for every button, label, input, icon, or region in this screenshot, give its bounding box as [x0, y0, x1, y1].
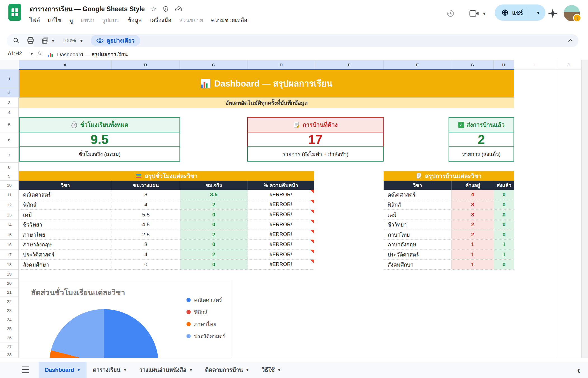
row-header-12[interactable]: 12: [0, 200, 19, 210]
row-header-16[interactable]: 16: [0, 240, 19, 250]
table-row[interactable]: ภาษาอังกฤษ11: [384, 240, 514, 250]
row-header-22[interactable]: 22: [0, 297, 19, 306]
row-header-26[interactable]: 26: [0, 333, 19, 342]
row-header-6[interactable]: 6: [0, 132, 19, 148]
row-header-21[interactable]: 21: [0, 288, 19, 297]
star-icon[interactable]: ☆: [151, 5, 157, 13]
row-header-18[interactable]: 18: [0, 260, 19, 270]
row-header-25[interactable]: 25: [0, 324, 19, 333]
table-row[interactable]: เคมี30: [384, 210, 514, 220]
col-header-F[interactable]: F: [384, 60, 451, 69]
table-row[interactable]: คณิตศาสตร์40: [384, 190, 514, 200]
collapse-toolbar-icon[interactable]: [567, 37, 574, 44]
row-header-17[interactable]: 17: [0, 250, 19, 260]
menu-help[interactable]: ความช่วยเหลือ: [211, 16, 247, 25]
homework-table-title[interactable]: สรุปการบ้านแต่ละวิชา: [384, 171, 514, 181]
tab-schedule[interactable]: ตารางเรียน▼: [87, 362, 133, 378]
col-header-C[interactable]: C: [180, 60, 248, 69]
row-header-4[interactable]: 4: [0, 108, 19, 117]
col-header-I[interactable]: I: [514, 60, 556, 69]
avatar[interactable]: !: [564, 5, 580, 21]
print-icon[interactable]: [27, 37, 34, 44]
table-row[interactable]: ประวัติศาสตร์42#ERROR!: [19, 250, 314, 260]
row-header-8[interactable]: 8: [0, 163, 19, 171]
document-title[interactable]: ตารางการเรียน — Google Sheets Style: [30, 4, 145, 14]
tab-dashboard[interactable]: Dashboard▼: [39, 362, 87, 378]
row-header-28[interactable]: 28: [0, 351, 19, 358]
row-header-5[interactable]: 5: [0, 117, 19, 132]
table-row[interactable]: ภาษาไทย2.52#ERROR!: [19, 230, 314, 240]
col-header-H[interactable]: H: [494, 60, 514, 69]
col-header-D[interactable]: D: [248, 60, 315, 69]
dashboard-banner-cell[interactable]: Dashboard — สรุปผลการเรียน: [19, 69, 514, 97]
row-header-15[interactable]: 15: [0, 230, 19, 240]
tab-reading-plan[interactable]: วางแผนอ่านหนังสือ▼: [133, 362, 199, 378]
scroll-tabs-left-icon[interactable]: ‹: [577, 365, 580, 375]
table-row[interactable]: ชีววิทยา20: [384, 220, 514, 230]
select-all-corner[interactable]: [0, 60, 19, 70]
row-header-9[interactable]: 9: [0, 171, 19, 181]
zoom-control[interactable]: 100% ▼: [62, 38, 83, 44]
name-box[interactable]: A1:H2 ▼: [8, 47, 34, 60]
banner-subtitle-cell[interactable]: อัพเดทอัตโนมัติทุกครั้งที่บันทึกข้อมูล: [19, 97, 514, 108]
kpi-card-submitted-homework[interactable]: ✓ ส่งการบ้านแล้ว 2 รายการ (ส่งแล้ว): [449, 117, 514, 162]
row-header-3[interactable]: 3: [0, 97, 19, 108]
row-header-20[interactable]: 20: [0, 279, 19, 288]
share-button[interactable]: แชร์ ▼: [495, 4, 545, 21]
pie-chart[interactable]: สัดส่วนชั่วโมงเรียนแต่ละวิชา คณิตศาสตร์ …: [20, 280, 231, 358]
table-row[interactable]: ฟิสิกส์30: [384, 200, 514, 210]
share-label: แชร์: [512, 8, 523, 17]
hours-table-title[interactable]: สรุปชั่วโมงแต่ละวิชา: [19, 171, 314, 181]
col-header-E[interactable]: E: [315, 60, 384, 69]
meet-video-button[interactable]: ▼: [469, 10, 486, 17]
version-history-icon[interactable]: [446, 9, 455, 18]
menu-view[interactable]: ดู: [69, 16, 73, 25]
table-row[interactable]: ชีววิทยา4.50#ERROR!: [19, 220, 314, 230]
row-header-23[interactable]: 23: [0, 306, 19, 315]
formula-value[interactable]: Dashboard — สรุปผลการเรียน: [57, 50, 128, 59]
table-row[interactable]: ฟิสิกส์42#ERROR!: [19, 200, 314, 210]
homework-table-body: คณิตศาสตร์40 ฟิสิกส์30 เคมี30 ชีววิทยา20…: [384, 190, 514, 270]
view-only-button[interactable]: ดูอย่างเดียว: [91, 35, 140, 46]
gemini-sparkle-icon[interactable]: [548, 8, 558, 18]
search-icon[interactable]: [13, 37, 20, 44]
all-sheets-menu-icon[interactable]: [22, 367, 29, 373]
vertical-scrollbar[interactable]: [581, 60, 588, 358]
approval-shield-icon[interactable]: [163, 6, 169, 12]
row-header-13[interactable]: 13: [0, 210, 19, 220]
table-row[interactable]: สังคมศึกษา00#ERROR!: [19, 260, 314, 270]
kpi-card-total-hours[interactable]: ชั่วโมงเรียนทั้งหมด 9.5 ชั่วโมงจริง (สะส…: [19, 117, 180, 162]
table-row[interactable]: สังคมศึกษา10: [384, 260, 514, 270]
menu-edit[interactable]: แก้ไข: [48, 16, 61, 25]
table-row[interactable]: คณิตศาสตร์83.5#ERROR!: [19, 190, 314, 200]
row-header-1[interactable]: 1: [0, 69, 19, 88]
col-header-G[interactable]: G: [451, 60, 494, 69]
sheets-logo-icon[interactable]: [8, 4, 21, 21]
sheet-views-button[interactable]: ▼: [41, 37, 55, 44]
row-header-2[interactable]: 2: [0, 88, 19, 97]
col-header-A[interactable]: A: [19, 60, 112, 69]
row-header-24[interactable]: 24: [0, 315, 19, 324]
row-header-11[interactable]: 11: [0, 190, 19, 200]
row-header-7[interactable]: 7: [0, 148, 19, 163]
table-row[interactable]: ประวัติศาสตร์11: [384, 250, 514, 260]
tab-how-to[interactable]: วิธีใช้▼: [255, 362, 287, 378]
kpi-card-pending-homework[interactable]: การบ้านที่ค้าง 17 รายการ (ยังไม่ทำ + กำล…: [247, 117, 384, 162]
col-header-J[interactable]: J: [556, 60, 581, 69]
table-row[interactable]: เคมี5.50#ERROR!: [19, 210, 314, 220]
row-header-19[interactable]: 19: [0, 270, 19, 279]
row-header-10[interactable]: 10: [0, 181, 19, 190]
bar-chart-icon: [48, 50, 55, 58]
formula-bar: A1:H2 ▼ fx Dashboard — สรุปผลการเรียน: [0, 47, 588, 60]
row-header-14[interactable]: 14: [0, 220, 19, 230]
tab-homework-tracker[interactable]: ติดตามการบ้าน▼: [199, 362, 255, 378]
cloud-saved-icon[interactable]: [175, 6, 182, 12]
table-row[interactable]: ภาษาอังกฤษ30#ERROR!: [19, 240, 314, 250]
menu-tools[interactable]: เครื่องมือ: [150, 16, 171, 25]
menu-data[interactable]: ข้อมูล: [127, 16, 142, 25]
table-row[interactable]: ภาษาไทย20: [384, 230, 514, 240]
col-header-B[interactable]: B: [112, 60, 180, 69]
row-header-27[interactable]: 27: [0, 342, 19, 351]
share-dropdown-caret[interactable]: ▼: [533, 11, 543, 15]
menu-file[interactable]: ไฟล์: [30, 16, 40, 25]
